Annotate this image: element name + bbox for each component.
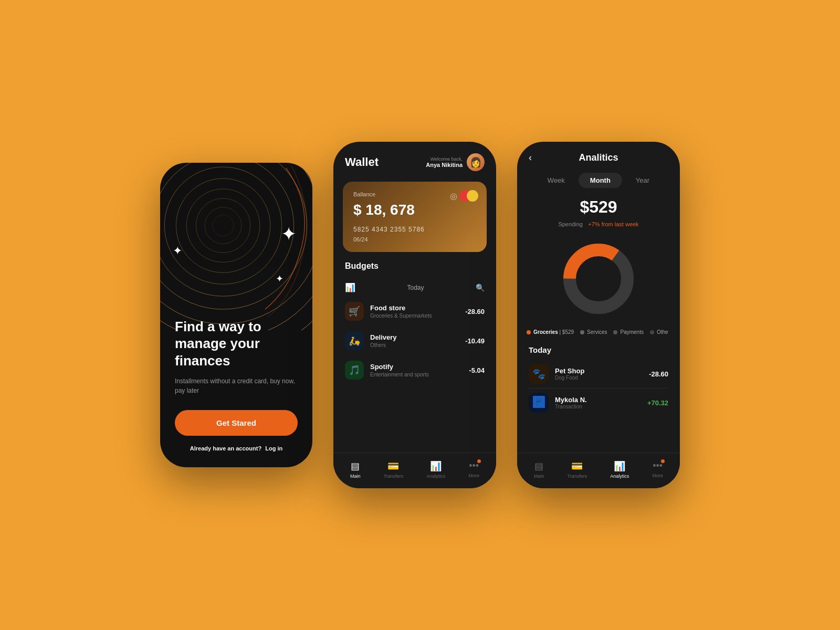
analytics-main-label: Main	[534, 474, 544, 479]
services-dot	[580, 330, 584, 334]
card-number: 5825 4343 2355 5786	[353, 226, 476, 233]
svg-point-4	[176, 178, 270, 272]
onboarding-subtitle: Installments without a credit card, buy …	[175, 376, 298, 395]
bank-card: Ballance ◎ $ 18, 678 5825 4343 2355 5786…	[343, 182, 487, 252]
payments-label: Payments	[620, 329, 643, 335]
analytics-more-dot	[661, 459, 665, 463]
spending-label: Spending	[558, 221, 583, 227]
more-notification-dot	[477, 459, 481, 463]
chart-legend: Groceries | $529 Services Payments Othe	[517, 326, 680, 342]
food-store-name: Food store	[370, 304, 459, 312]
analytics-nav-main[interactable]: ▤ Main	[534, 460, 544, 479]
groceries-dot	[527, 330, 531, 334]
svg-point-10	[160, 163, 312, 330]
petshop-name: Pet Shop	[555, 367, 643, 375]
more-nav-label: More	[468, 473, 479, 478]
transaction-item-delivery[interactable]: 🛵 Delivery Others -10.49	[333, 326, 496, 355]
mastercard-icon	[459, 190, 478, 202]
groceries-label: Groceries | $529	[533, 329, 574, 335]
get-started-button[interactable]: Get Stared	[175, 410, 298, 436]
food-store-info: Food store Groceries & Supermarkets	[370, 304, 459, 319]
transaction-list: 🛒 Food store Groceries & Supermarkets -2…	[333, 297, 496, 453]
petshop-category: Dog Food	[555, 375, 643, 381]
mykola-transaction[interactable]: 🅿 Mykola N. Transaction +70.32	[529, 388, 668, 417]
bottom-navigation: ▤ Main 💳 Transfers 📊 Analytics ••• More	[333, 453, 496, 488]
login-link[interactable]: Log in	[265, 445, 282, 452]
card-icons: ◎	[450, 190, 478, 202]
tab-year[interactable]: Year	[624, 173, 661, 188]
analytics-bottom-navigation: ▤ Main 💳 Transfers 📊 Analytics ••• More	[517, 453, 680, 488]
budgets-section: Budgets	[333, 257, 496, 278]
phone-onboarding: ✦ ✦ ✦ Find a way to manage your finances…	[160, 163, 312, 467]
welcome-label: Welcome back,	[426, 156, 463, 162]
svg-point-8	[160, 163, 312, 324]
delivery-icon: 🛵	[345, 331, 364, 350]
delivery-name: Delivery	[370, 333, 459, 341]
spotify-category: Entertainment and sports	[370, 372, 463, 377]
svg-point-0	[213, 215, 234, 236]
analytics-nav-label: Analytics	[426, 474, 445, 479]
paypal-icon: 🅿	[529, 393, 549, 413]
donut-chart	[556, 237, 640, 321]
nav-more[interactable]: ••• More	[468, 460, 479, 479]
user-name: Anya Nikitina	[426, 162, 463, 168]
transfers-nav-label: Transfers	[384, 474, 404, 479]
tab-week[interactable]: Week	[536, 173, 576, 188]
wallet-header: Wallet Welcome back, Anya Nikitina 👩	[333, 142, 496, 176]
svg-point-6	[160, 163, 294, 296]
mykola-category: Transaction	[555, 404, 641, 410]
svg-point-5	[164, 167, 281, 284]
nav-analytics[interactable]: 📊 Analytics	[426, 460, 445, 479]
today-label: Today	[407, 284, 424, 291]
delivery-amount: -10.49	[465, 337, 485, 345]
petshop-amount: -28.60	[649, 370, 668, 378]
avatar: 👩	[467, 153, 485, 171]
svg-point-1	[205, 207, 242, 244]
spending-value: $529	[529, 197, 668, 217]
food-store-category: Groceries & Supermarkets	[370, 313, 459, 319]
wallet-title: Wallet	[345, 155, 379, 169]
analytics-page-title: Analitics	[579, 152, 618, 163]
delivery-info: Delivery Others	[370, 333, 459, 348]
main-nav-icon: ▤	[351, 460, 360, 472]
spiral-background	[160, 163, 312, 330]
petshop-transaction[interactable]: 🐾 Pet Shop Dog Food -28.60	[529, 360, 668, 388]
nav-main[interactable]: ▤ Main	[350, 460, 361, 479]
phone-wallet: Wallet Welcome back, Anya Nikitina 👩 Bal…	[333, 142, 496, 488]
legend-groceries: Groceries | $529	[527, 329, 574, 335]
transaction-header: 📊 Today 🔍	[333, 278, 496, 297]
analytics-analytics-icon: 📊	[614, 460, 625, 472]
back-button[interactable]: ‹	[529, 152, 532, 163]
petshop-info: Pet Shop Dog Food	[555, 367, 643, 381]
svg-point-13	[578, 258, 620, 300]
svg-point-2	[196, 198, 250, 253]
food-store-icon: 🛒	[345, 302, 364, 321]
analytics-nav-icon: 📊	[430, 460, 442, 472]
legend-payments: Payments	[613, 329, 643, 335]
spotify-name: Spotify	[370, 363, 463, 371]
svg-point-9	[160, 163, 312, 330]
nav-transfers[interactable]: 💳 Transfers	[384, 460, 404, 479]
tab-month[interactable]: Month	[579, 173, 622, 188]
transaction-item-spotify[interactable]: 🎵 Spotify Entertainment and sports -5.04	[333, 355, 496, 385]
analytics-more-label: More	[652, 473, 663, 478]
other-dot	[650, 330, 654, 334]
legend-other: Othe	[650, 329, 668, 335]
analytics-nav-transfers[interactable]: 💳 Transfers	[568, 460, 587, 479]
card-expiry: 06/24	[353, 236, 476, 243]
today-section-label: Today	[529, 345, 668, 354]
spending-change: +7% from last week	[588, 221, 638, 227]
transaction-item-food[interactable]: 🛒 Food store Groceries & Supermarkets -2…	[333, 297, 496, 326]
analytics-nav-analytics[interactable]: 📊 Analytics	[610, 460, 629, 479]
analytics-transfers-label: Transfers	[568, 474, 587, 479]
delivery-category: Others	[370, 342, 459, 348]
search-icon[interactable]: 🔍	[476, 284, 485, 292]
spending-amount-block: $529 Spending +7% from last week	[517, 195, 680, 229]
period-tabs: Week Month Year	[517, 170, 680, 195]
mykola-amount: +70.32	[647, 399, 668, 407]
services-label: Services	[587, 329, 607, 335]
analytics-analytics-label: Analytics	[610, 474, 629, 479]
analytics-nav-more[interactable]: ••• More	[652, 460, 663, 479]
today-section: Today 🐾 Pet Shop Dog Food -28.60 🅿 Mykol…	[517, 342, 680, 421]
svg-point-3	[186, 189, 260, 262]
